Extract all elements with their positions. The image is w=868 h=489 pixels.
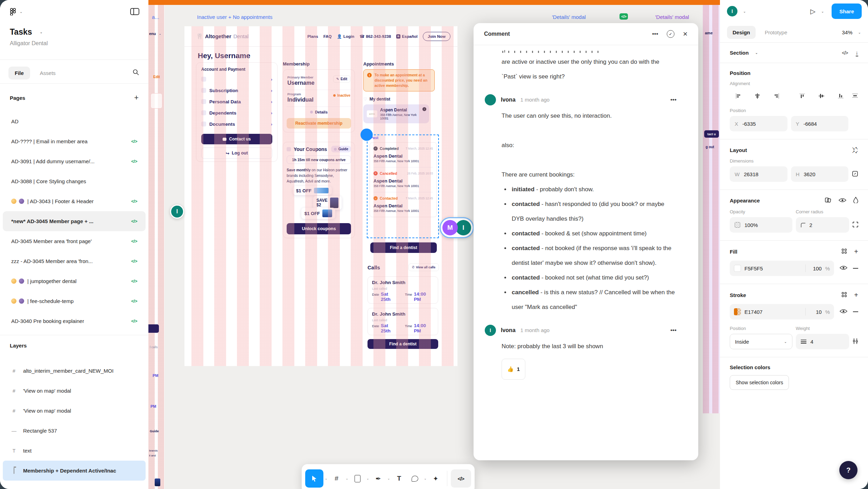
height-input[interactable]: H3620: [791, 166, 849, 182]
coupon-chip-3[interactable]: $1 OFF: [301, 208, 335, 219]
call-card-1[interactable]: Dr. John Smith Last called DateSat 25thT…: [368, 276, 438, 304]
info-icon[interactable]: i: [422, 107, 426, 111]
details-row[interactable]: Details: [287, 107, 351, 117]
dev-mode-icon[interactable]: </>: [842, 50, 848, 56]
collapse-icon[interactable]: ↘↖↗↙: [852, 146, 858, 153]
nav-faq[interactable]: FAQ: [323, 34, 332, 39]
account-item-dependents[interactable]: Dependents›: [201, 107, 272, 118]
pen-tool[interactable]: ✒: [371, 469, 386, 488]
layer-item[interactable]: Ttext: [3, 441, 146, 461]
layer-item-selected[interactable]: Membership + Dependent Active/Inac: [3, 461, 146, 481]
align-h-center-icon[interactable]: [749, 89, 765, 103]
fill-hex[interactable]: F5F5F5: [744, 266, 763, 271]
fill-swatch[interactable]: [734, 265, 741, 272]
align-right-icon[interactable]: [768, 89, 785, 103]
page-item[interactable]: AD: [3, 111, 146, 131]
edit-button[interactable]: ✎Edit: [333, 75, 350, 83]
actions-tool[interactable]: ✦: [428, 469, 443, 488]
add-page-icon[interactable]: +: [134, 93, 139, 102]
account-item-subscription[interactable]: Subscription›: [201, 85, 272, 96]
dev-mode-toggle[interactable]: </>: [451, 469, 471, 488]
page-item[interactable]: AD-???? | Email in member area</>: [3, 131, 146, 151]
join-now-button[interactable]: Join Now: [423, 32, 450, 41]
page-item[interactable]: | fee-schedule-temp</>: [3, 291, 146, 311]
align-bottom-icon[interactable]: [833, 89, 849, 103]
distribute-icon[interactable]: [852, 93, 858, 99]
stroke-weight-input[interactable]: 4: [796, 334, 849, 349]
guide-button[interactable]: Guide: [331, 146, 351, 152]
aspect-ratio-icon[interactable]: [852, 171, 858, 178]
add-stroke-icon[interactable]: +: [854, 291, 858, 299]
align-top-icon[interactable]: [794, 89, 810, 103]
advanced-stroke-icon[interactable]: [853, 338, 858, 345]
remove-stroke-icon[interactable]: [853, 311, 858, 312]
frame-label-main[interactable]: Inactive user + No appointments: [197, 14, 273, 20]
styles-grid-icon[interactable]: [841, 292, 847, 298]
y-input[interactable]: Y-6684: [791, 116, 849, 131]
shape-tool[interactable]: [350, 469, 365, 488]
frame-label-truncated[interactable]: a...: [152, 14, 159, 20]
chevron-down-icon[interactable]: ⌄: [821, 9, 824, 13]
chevron-down-icon[interactable]: ⌄: [346, 477, 349, 480]
page-item[interactable]: AD-3088 | Core Styling changes: [3, 171, 146, 191]
nav-login[interactable]: 👤Login: [337, 34, 355, 39]
corner-radius-input[interactable]: 2: [796, 217, 849, 233]
comment-menu-icon[interactable]: •••: [670, 323, 677, 338]
tab-assets[interactable]: Assets: [40, 70, 56, 76]
align-left-icon[interactable]: [730, 89, 746, 103]
stroke-opacity[interactable]: 10: [809, 309, 822, 315]
coupon-chip-1[interactable]: $1 OFF: [293, 186, 332, 195]
search-icon[interactable]: [132, 69, 139, 77]
user-avatar[interactable]: I: [727, 6, 737, 16]
page-item[interactable]: | jumptogether dental</>: [3, 271, 146, 291]
chevron-down-icon[interactable]: ⌄: [366, 477, 369, 480]
resolve-check-icon[interactable]: ✓: [667, 30, 674, 38]
nav-phone[interactable]: ☎862-343-9238: [359, 34, 391, 39]
frame-label-details-1[interactable]: 'Details' modal: [552, 14, 586, 20]
layer-item[interactable]: #alto_interim_member_card_NEW_MOI: [3, 361, 146, 381]
find-dentist-button-2[interactable]: Find a dentist: [368, 339, 438, 349]
altogether-dental-logo[interactable]: 🦷 Altogether Dental: [196, 33, 248, 40]
chevron-down-icon[interactable]: ⌄: [755, 51, 758, 55]
styles-grid-icon[interactable]: [841, 248, 847, 255]
eye-icon[interactable]: [839, 198, 846, 204]
blend-mode-icon[interactable]: [853, 197, 858, 204]
account-item-billing[interactable]: ›: [201, 74, 272, 85]
nav-plans[interactable]: Plans: [307, 34, 318, 39]
help-button[interactable]: ?: [839, 461, 858, 479]
stroke-hex[interactable]: E17407: [744, 309, 763, 315]
log-out-button[interactable]: ↪Log out: [201, 147, 272, 159]
comment-tool[interactable]: [407, 469, 422, 488]
account-item-personal[interactable]: Personal Data›: [201, 96, 272, 107]
page-item[interactable]: zzz - AD-3045 Member area 'fron...</>: [3, 251, 146, 271]
chevron-down-icon[interactable]: ⌄: [387, 477, 390, 480]
tab-prototype[interactable]: Prototype: [765, 29, 787, 35]
selection-dashed-box[interactable]: [367, 135, 439, 238]
page-item-selected[interactable]: *new* AD-3045 Member page + ...</>: [3, 211, 146, 231]
eye-icon[interactable]: [840, 265, 847, 271]
move-tool[interactable]: [305, 469, 323, 488]
contact-us-button[interactable]: Contact us: [201, 134, 272, 144]
width-input[interactable]: W26318: [730, 166, 788, 182]
chevron-down-icon[interactable]: ⌄: [743, 9, 746, 13]
show-selection-colors-button[interactable]: Show selection colors: [730, 375, 789, 390]
page-item[interactable]: | AD-3043 | Footer & Header</>: [3, 191, 146, 211]
remove-fill-icon[interactable]: [853, 268, 858, 269]
nav-language[interactable]: BEspañol: [396, 34, 418, 39]
layer-item[interactable]: #'View on map' modal: [3, 401, 146, 421]
more-options-icon[interactable]: •••: [652, 30, 658, 37]
toggle-sidebar-icon[interactable]: [130, 8, 139, 15]
stroke-position-select[interactable]: Inside⌄: [730, 334, 792, 349]
fill-color-row[interactable]: F5F5F5 100 %: [730, 261, 834, 276]
comment-pin[interactable]: [360, 129, 373, 141]
call-card-2[interactable]: Dr. John Smith Last called DateSat 25thT…: [368, 308, 438, 335]
comment-thread-avatars[interactable]: M I: [440, 217, 474, 238]
selection-type[interactable]: Section: [730, 50, 749, 56]
comment-menu-icon[interactable]: •••: [670, 92, 677, 107]
page-item[interactable]: AD-3040 Pre booking explainer</>: [3, 311, 146, 331]
chevron-down-icon[interactable]: ⌄: [424, 477, 427, 480]
frame-label-details-2[interactable]: 'Details' modal: [655, 14, 689, 20]
page-item[interactable]: AD-3045 Member area 'front page'</>: [3, 231, 146, 251]
figma-logo-icon[interactable]: [9, 8, 17, 15]
find-dentist-button-1[interactable]: Find a dentist: [370, 242, 437, 253]
